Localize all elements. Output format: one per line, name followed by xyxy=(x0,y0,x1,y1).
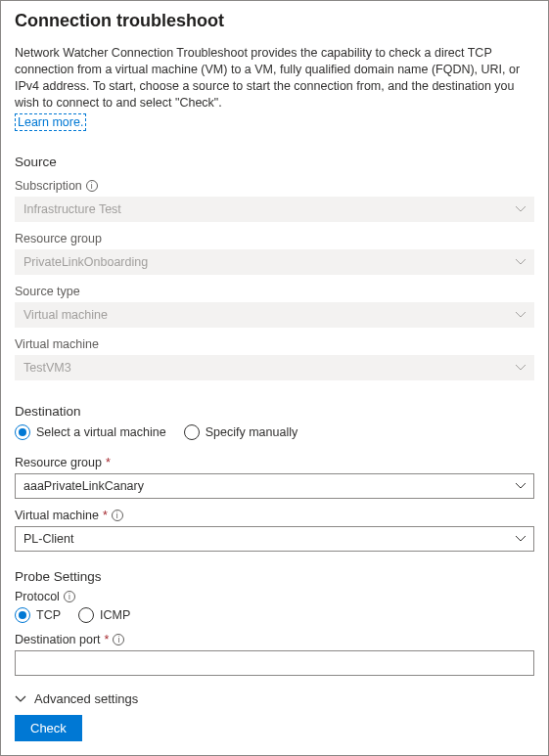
subscription-dropdown: Infrastructure Test xyxy=(15,197,534,222)
destination-port-label: Destination port * i xyxy=(15,633,534,646)
radio-specify-manually-label: Specify manually xyxy=(206,425,298,439)
source-vm-label: Virtual machine xyxy=(15,337,534,351)
info-icon[interactable]: i xyxy=(64,591,75,602)
page-title: Connection troubleshoot xyxy=(15,11,534,31)
source-type-value: Virtual machine xyxy=(23,308,108,322)
subscription-value: Infrastructure Test xyxy=(23,202,121,216)
advanced-settings-toggle[interactable]: Advanced settings xyxy=(15,691,534,706)
protocol-radio-group: TCP ICMP xyxy=(15,607,534,623)
source-heading: Source xyxy=(15,155,534,169)
dest-resource-group-label-text: Resource group xyxy=(15,456,102,469)
protocol-label: Protocol i xyxy=(15,590,534,603)
source-type-dropdown: Virtual machine xyxy=(15,302,534,328)
destination-port-label-text: Destination port xyxy=(15,633,101,646)
resource-group-dropdown: PrivateLinkOnboarding xyxy=(15,249,534,275)
probe-settings-heading: Probe Settings xyxy=(15,569,534,584)
destination-port-input[interactable] xyxy=(15,650,534,676)
dest-resource-group-value: aaaPrivateLinkCanary xyxy=(23,479,144,493)
radio-select-vm[interactable]: Select a virtual machine xyxy=(15,424,166,440)
required-indicator: * xyxy=(106,456,111,469)
dest-vm-value: PL-Client xyxy=(23,532,73,546)
advanced-settings-label: Advanced settings xyxy=(34,691,138,706)
radio-icon xyxy=(78,607,94,623)
chevron-down-icon xyxy=(15,691,26,706)
destination-mode-radio-group: Select a virtual machine Specify manuall… xyxy=(15,424,534,440)
required-indicator: * xyxy=(103,509,108,522)
protocol-label-text: Protocol xyxy=(15,590,60,603)
radio-tcp[interactable]: TCP xyxy=(15,607,61,623)
required-indicator: * xyxy=(105,633,110,646)
source-vm-value: TestVM3 xyxy=(23,361,71,375)
dest-vm-dropdown[interactable]: PL-Client xyxy=(15,526,534,552)
radio-tcp-label: TCP xyxy=(36,608,61,622)
radio-icon xyxy=(15,607,30,623)
resource-group-value: PrivateLinkOnboarding xyxy=(23,255,148,269)
radio-select-vm-label: Select a virtual machine xyxy=(36,425,166,439)
intro-text: Network Watcher Connection Troubleshoot … xyxy=(15,45,534,111)
info-icon[interactable]: i xyxy=(113,634,124,645)
radio-icmp-label: ICMP xyxy=(100,608,130,622)
destination-heading: Destination xyxy=(15,404,534,419)
source-type-label: Source type xyxy=(15,285,534,298)
source-type-label-text: Source type xyxy=(15,285,80,298)
dest-vm-label: Virtual machine * i xyxy=(15,509,534,522)
check-button[interactable]: Check xyxy=(15,715,82,741)
info-icon[interactable]: i xyxy=(112,510,123,521)
radio-icon xyxy=(184,424,200,440)
dest-vm-label-text: Virtual machine xyxy=(15,509,99,522)
info-icon[interactable]: i xyxy=(86,180,98,192)
resource-group-label-text: Resource group xyxy=(15,232,102,245)
resource-group-label: Resource group xyxy=(15,232,534,245)
learn-more-link[interactable]: Learn more. xyxy=(15,113,86,131)
subscription-label: Subscription i xyxy=(15,179,534,193)
dest-resource-group-label: Resource group * xyxy=(15,456,534,469)
radio-specify-manually[interactable]: Specify manually xyxy=(184,424,298,440)
subscription-label-text: Subscription xyxy=(15,179,82,193)
radio-icmp[interactable]: ICMP xyxy=(78,607,130,623)
connection-troubleshoot-panel: Connection troubleshoot Network Watcher … xyxy=(0,0,549,756)
source-vm-dropdown: TestVM3 xyxy=(15,355,534,380)
source-vm-label-text: Virtual machine xyxy=(15,337,99,351)
dest-resource-group-dropdown[interactable]: aaaPrivateLinkCanary xyxy=(15,473,534,499)
radio-icon xyxy=(15,424,30,440)
